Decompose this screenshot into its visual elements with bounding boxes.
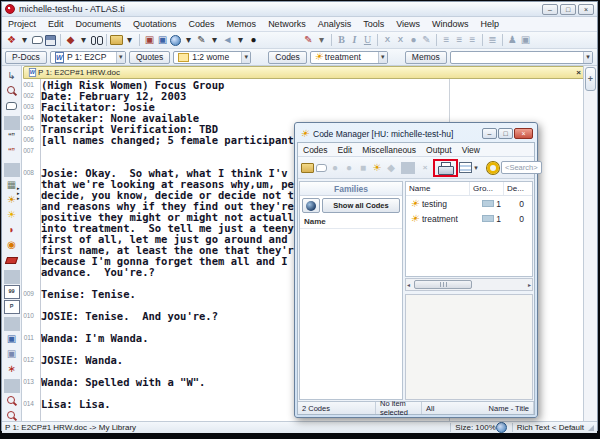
menu-item[interactable]: Networks (262, 19, 312, 29)
split-region-button[interactable]: + (585, 67, 596, 91)
menu-item[interactable]: Documents (70, 19, 128, 29)
comment-icon[interactable] (314, 161, 328, 175)
in-vivo-code-icon[interactable]: ◗ (4, 223, 20, 237)
code-comment-pane[interactable] (405, 294, 533, 400)
subscript-icon[interactable]: X (394, 33, 407, 47)
close-document-icon[interactable]: × (576, 69, 581, 77)
code-combo[interactable]: treatment ▾ (310, 51, 388, 64)
open-folder-icon[interactable] (110, 33, 123, 47)
menu-item[interactable]: Edit (42, 19, 70, 29)
maximize-button[interactable]: □ (498, 128, 513, 139)
hyperlink-icon[interactable]: ∗ (4, 362, 20, 376)
chevron-down-icon[interactable]: ▾ (583, 52, 592, 63)
menu-item[interactable]: View (457, 145, 485, 155)
eraser-icon[interactable] (4, 253, 20, 267)
delete-icon[interactable]: × (418, 161, 432, 175)
maximize-button[interactable]: □ (560, 4, 576, 15)
menu-item[interactable]: Analysis (312, 19, 358, 29)
back-arrow-icon[interactable]: ◄ (221, 33, 234, 47)
scrollbar-thumb[interactable] (414, 280, 472, 289)
superscript-icon[interactable]: X (381, 33, 394, 47)
word-cruncher-icon[interactable]: 99 (4, 285, 20, 299)
quick-code-icon[interactable]: ☀ (4, 208, 20, 222)
close-button[interactable]: × (578, 4, 594, 15)
memo-2-icon[interactable]: ▣ (4, 347, 20, 361)
dropdown-icon[interactable]: ▾ (315, 33, 328, 47)
chevron-down-icon[interactable]: ▾ (378, 52, 387, 63)
memo-icon[interactable]: ▣ (4, 332, 20, 346)
focus-ring-icon[interactable] (486, 161, 499, 174)
menu-item[interactable]: Memos (221, 19, 263, 29)
document-combo[interactable]: P 1: E2CP ▾ (50, 51, 126, 64)
menu-item[interactable]: Quotations (127, 19, 183, 29)
bullet-icon[interactable]: ● (407, 33, 420, 47)
scroll-left-icon[interactable]: ◂ (407, 281, 410, 288)
quotation-icon[interactable]: “” (4, 131, 20, 145)
align-center-icon[interactable]: ≡ (453, 33, 466, 47)
chevron-down-icon[interactable]: ▾ (241, 52, 250, 63)
bold-icon[interactable]: B (335, 33, 348, 47)
memos-button[interactable]: Memos (405, 51, 447, 64)
document-tab[interactable]: P 1: E2CP#1 HRW.doc × (23, 66, 585, 79)
align-right-icon[interactable]: ≡ (466, 33, 479, 47)
resize-grip[interactable] (588, 425, 594, 431)
scroll-right-icon[interactable]: ▸ (528, 281, 531, 288)
comment-icon[interactable] (4, 99, 20, 113)
zoom-in-icon[interactable] (4, 394, 20, 408)
column-header-density[interactable]: De... (504, 182, 532, 195)
dropdown-icon[interactable]: ▾ (123, 33, 136, 47)
column-header-grounded[interactable]: Gro... (470, 182, 504, 195)
open-coding-icon[interactable]: ◉ (4, 238, 20, 252)
search-input[interactable]: <Search> (501, 161, 542, 174)
chevron-down-icon[interactable]: ▾ (116, 52, 125, 63)
edit-pen-icon[interactable]: ✎ (302, 33, 315, 47)
documents-icon[interactable]: ◆ (64, 33, 77, 47)
horizontal-scrollbar[interactable]: ◂ ▸ (405, 278, 533, 291)
minimize-button[interactable]: – (482, 128, 497, 139)
list-icon[interactable]: ≣ (486, 33, 499, 47)
comment-icon[interactable] (31, 33, 44, 47)
search-binoculars-icon[interactable] (90, 33, 103, 47)
menu-item[interactable]: Project (2, 19, 42, 29)
person-icon[interactable]: ♟ (506, 33, 519, 47)
hu-icon[interactable]: ❖ (5, 33, 18, 47)
chevron-down-icon[interactable]: ▾ (472, 161, 480, 175)
paragraph-icon[interactable]: P (4, 300, 20, 314)
quotes-button[interactable]: Quotes (129, 51, 170, 64)
pencil-icon[interactable]: ✎ (420, 33, 433, 47)
disabled-icon[interactable]: ◆ (384, 161, 398, 175)
save-icon[interactable] (44, 33, 57, 47)
margin-link-icon[interactable]: ↳ (4, 69, 20, 83)
minimize-button[interactable]: – (542, 4, 558, 15)
code-row[interactable]: testing 1 0 (406, 196, 532, 211)
search-icon[interactable] (4, 84, 20, 98)
new-item-icon[interactable] (300, 161, 314, 175)
disabled-icon[interactable]: ■ (356, 161, 370, 175)
align-left-icon[interactable]: ≡ (440, 33, 453, 47)
menu-item[interactable]: Views (390, 19, 426, 29)
disabled-icon[interactable]: ● (328, 161, 342, 175)
families-filter-button[interactable] (302, 198, 320, 213)
dropdown-icon[interactable]: ▾ (234, 33, 247, 47)
network-icon[interactable]: ▣ (143, 33, 156, 47)
italic-icon[interactable]: I (348, 33, 361, 47)
paste-icon[interactable]: ▣ (519, 33, 532, 47)
close-button[interactable]: × (514, 128, 533, 139)
dropdown-icon[interactable]: ▾ (77, 33, 90, 47)
menu-item[interactable]: Output (421, 145, 457, 155)
print-icon[interactable] (438, 162, 453, 174)
menu-item[interactable]: Codes (183, 19, 221, 29)
column-header-name[interactable]: Name (406, 182, 470, 195)
dialog-title-bar[interactable]: Code Manager [HU: michelle-test-hu] – □ … (297, 125, 535, 142)
menu-item[interactable]: Help (475, 19, 506, 29)
menu-item[interactable]: Miscellaneous (357, 145, 421, 155)
p-docs-button[interactable]: P-Docs (5, 51, 47, 64)
network-editor-icon[interactable]: ▣ (156, 33, 169, 47)
show-all-codes-button[interactable]: Show all Codes (322, 198, 400, 213)
code-star-icon[interactable]: ☀ (370, 161, 384, 175)
quotation-combo[interactable]: 1:2 wome ▾ (173, 51, 251, 64)
menu-item[interactable]: Windows (426, 19, 475, 29)
memo-combo[interactable]: ▾ (450, 51, 593, 64)
table-view-icon[interactable] (459, 162, 472, 173)
codes-button[interactable]: Codes (268, 51, 307, 64)
